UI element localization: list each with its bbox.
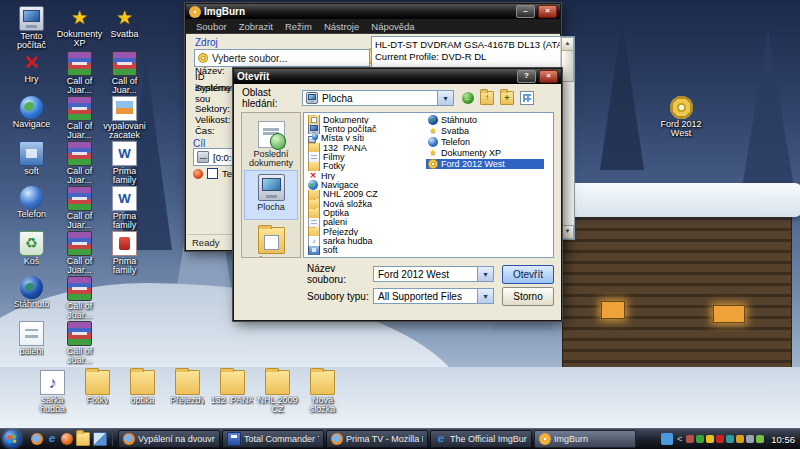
taskbar-task-total-commander-7-0[interactable]: Total Commander 7.0... <box>222 430 324 448</box>
scrollbar[interactable]: ▲ ▼ <box>560 37 574 239</box>
firefox-icon[interactable] <box>31 433 43 445</box>
tray-icon-globe-app[interactable] <box>686 435 694 443</box>
desktop-icon-vypalovani-zacatek[interactable]: vypalovani zacatek <box>101 96 148 141</box>
tray-icon-green-app[interactable] <box>696 435 704 443</box>
desktop-icon-call-of-juar[interactable]: Call of Juar... <box>101 51 148 96</box>
filename-input[interactable]: Ford 2012 West <box>373 266 494 282</box>
desktop-icon-ko[interactable]: Koš <box>8 231 55 276</box>
file-item-soft[interactable]: soft <box>306 246 424 255</box>
new-folder-button[interactable] <box>500 91 514 105</box>
scroll-down-icon[interactable]: ▼ <box>561 225 574 239</box>
tray-collapse-icon[interactable]: < <box>675 434 684 444</box>
file-item-filmy[interactable]: Filmy <box>306 152 424 161</box>
up-button[interactable] <box>480 91 494 105</box>
desktop-icon-dokumenty-xp[interactable]: Dokumenty XP <box>56 6 103 51</box>
help-button[interactable]: ? <box>517 70 536 83</box>
close-button[interactable]: × <box>538 5 557 18</box>
desktop-icon-st-hnuto[interactable]: Stáhnuto <box>8 276 55 321</box>
desktop-icon-call-of-juar[interactable]: Call of Juar... <box>56 321 103 366</box>
desktop-icon-call-of-juar[interactable]: Call of Juar... <box>56 96 103 141</box>
tray-icon-teal-app[interactable] <box>726 435 734 443</box>
file-item-navigace[interactable]: Navigace <box>306 180 424 189</box>
file-item-sarka-hudba[interactable]: sarka hudba <box>306 236 424 245</box>
desktop-icon-p-ejezdy[interactable]: Přejezdy <box>165 370 210 415</box>
desktop-icon-telefon[interactable]: Telefon <box>8 186 55 231</box>
desktop-icon-navigace[interactable]: Navigace <box>8 96 55 141</box>
desktop-icon-fotky[interactable]: Fotky <box>75 370 120 415</box>
desktop-icon-132-pana[interactable]: 132_PANA <box>210 370 255 415</box>
folder-icon[interactable] <box>76 432 90 446</box>
file-item-m-sta-v-s-ti[interactable]: Místa v síti <box>306 134 424 143</box>
taskbar-task-imgburn[interactable]: ImgBurn <box>534 430 636 448</box>
file-item-tento-po-ta[interactable]: Tento počítač <box>306 124 424 133</box>
file-item-telefon[interactable]: Telefon <box>426 137 544 148</box>
place-plocha[interactable]: Plocha <box>244 170 298 220</box>
tray-icon-volume[interactable] <box>746 435 754 443</box>
desktop-icon-prima-family[interactable]: Prima family <box>101 231 148 276</box>
desktop-icon-nhl-2009-cz[interactable]: NHL 2009 CZ <box>255 370 300 415</box>
back-button[interactable] <box>462 92 474 104</box>
close-button[interactable]: × <box>539 70 558 83</box>
taskbar-task-the-official-imgburn[interactable]: The Official ImgBurn ... <box>430 430 532 448</box>
menu-zobrazit[interactable]: Zobrazit <box>233 21 279 32</box>
views-button[interactable]: ▾ <box>520 91 534 105</box>
test-mode-checkbox[interactable] <box>207 168 218 179</box>
start-button[interactable] <box>3 430 21 448</box>
show-desktop-icon[interactable] <box>93 432 107 446</box>
desktop-icon-prima-family[interactable]: Prima family <box>101 186 148 231</box>
dropdown-arrow-icon[interactable] <box>477 289 493 303</box>
tray-icon-security-shield[interactable] <box>706 435 714 443</box>
menu-soubor[interactable]: Soubor <box>190 21 233 32</box>
file-item-optika[interactable]: Optika <box>306 208 424 217</box>
desktop-icon-hry[interactable]: Hry <box>8 51 55 96</box>
tray-icon-updates[interactable] <box>736 435 744 443</box>
file-item-nov-slo-ka[interactable]: Nová složka <box>306 199 424 208</box>
cancel-button[interactable]: Storno <box>502 287 554 306</box>
file-item-dokumenty[interactable]: Dokumenty <box>306 115 424 124</box>
filetype-select[interactable]: All Supported Files <box>373 288 494 304</box>
tray-icon-network[interactable] <box>756 435 764 443</box>
desktop-icon-svatba[interactable]: Svatba <box>101 6 148 51</box>
desktop-icon-sarka-hudba[interactable]: sarka hudba <box>30 370 75 415</box>
file-item-dokumenty-xp[interactable]: Dokumenty XP <box>426 148 544 159</box>
dialog-titlebar[interactable]: Otevřít ? × <box>234 69 561 84</box>
file-item-svatba[interactable]: Svatba <box>426 126 544 137</box>
desktop-icon-optika[interactable]: optika <box>120 370 165 415</box>
taskbar-task-vyp-len-na-dvouvrstv[interactable]: Vypálení na dvouvrstv... <box>118 430 220 448</box>
open-button[interactable]: Otevřít <box>502 265 554 284</box>
file-list[interactable]: DokumentyTento počítačMísta v síti132_PA… <box>303 112 554 258</box>
dropdown-arrow-icon[interactable] <box>437 91 453 105</box>
place-dokumenty[interactable]: Dokumenty <box>244 223 298 258</box>
scroll-up-icon[interactable]: ▲ <box>561 37 574 51</box>
desktop-icon-call-of-juar[interactable]: Call of Juar... <box>56 186 103 231</box>
desktop-icon-prima-family[interactable]: Prima family <box>101 141 148 186</box>
file-item-hry[interactable]: Hry <box>306 171 424 180</box>
scroll-thumb[interactable] <box>561 50 574 82</box>
tray-icon-messenger[interactable] <box>661 433 673 445</box>
file-item-st-hnuto[interactable]: Stáhnuto <box>426 115 544 126</box>
desktop-icon-soft[interactable]: soft <box>8 141 55 186</box>
media-icon[interactable] <box>61 433 73 445</box>
file-item-p-ejezdy[interactable]: Přejezdy <box>306 227 424 236</box>
desktop-icon-call-of-juar[interactable]: Call of Juar... <box>56 51 103 96</box>
menu-re-im[interactable]: Režim <box>279 21 318 32</box>
desktop-icon-ford-2012-west[interactable]: Ford 2012 West <box>650 96 712 141</box>
imgburn-titlebar[interactable]: ImgBurn – × <box>186 4 560 19</box>
tray-icon-alert[interactable] <box>716 435 724 443</box>
menu-n-pov-da[interactable]: Nápověda <box>365 21 420 32</box>
desktop-icon-tento-po-ta[interactable]: Tento počítač <box>8 6 55 51</box>
desktop-icon-ford-2012-west[interactable]: Ford 2012 West <box>658 96 705 141</box>
taskbar-task-prima-tv-mozilla-firefox[interactable]: Prima TV - Mozilla Firefox <box>326 430 428 448</box>
minimize-button[interactable]: – <box>516 5 535 18</box>
look-in-select[interactable]: Plocha <box>302 90 454 106</box>
ie-icon[interactable] <box>46 433 58 445</box>
desktop-icon-paleni[interactable]: paleni <box>8 321 55 366</box>
file-item-nhl-2009-cz[interactable]: NHL 2009 CZ <box>306 190 424 199</box>
file-item-paleni[interactable]: paleni <box>306 218 424 227</box>
menu-n-stroje[interactable]: Nástroje <box>318 21 365 32</box>
file-item-ford-2012-west[interactable]: Ford 2012 West <box>426 159 544 170</box>
file-item-132-pana[interactable]: 132_PANA <box>306 143 424 152</box>
desktop-icon-nov-slo-ka[interactable]: Nová složka <box>300 370 345 415</box>
desktop-icon-call-of-juar[interactable]: Call of Juar... <box>56 141 103 186</box>
dropdown-arrow-icon[interactable] <box>477 267 493 281</box>
